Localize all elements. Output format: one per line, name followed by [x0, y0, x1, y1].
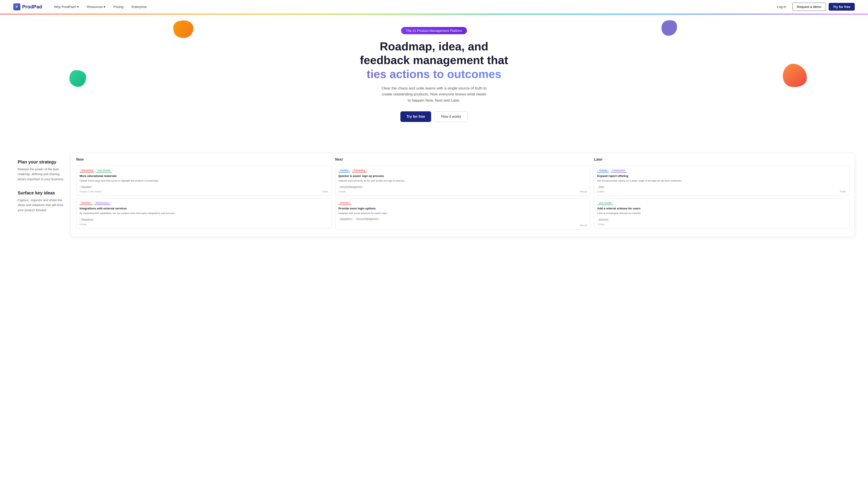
features-sidebar: Plan your strategy Release the power of …	[13, 153, 71, 237]
card-bottom-tag-account: Account Management	[355, 217, 380, 221]
tag-user-growth: User Growth	[597, 201, 613, 205]
card-signup-process: Usability Onboarding Quicker & easier si…	[335, 166, 591, 196]
hero-title-highlight: ties actions to outcomes	[367, 68, 501, 80]
card-desc: By expanding API capabilities, we can su…	[80, 212, 328, 215]
tag-retention: Retention	[80, 201, 93, 205]
card-footer: 4 Ideas	[80, 223, 328, 226]
feature-plan-desc: Release the power of the lean roadmap, d…	[18, 167, 66, 182]
card-footer-right: Internal	[580, 190, 587, 193]
card-footer-left: 1 Ideas	[597, 223, 604, 226]
card-referral-scheme: User Growth Add a referral scheme for us…	[594, 198, 849, 228]
card-title: Quicker & easier sign up process	[339, 174, 587, 177]
tag-user-growth: User Growth	[96, 169, 112, 172]
decorative-shape-orange-right	[781, 62, 809, 89]
nav-links: Why ProdPad? ▾ Resources ▾ Pricing Enter…	[51, 3, 150, 10]
roadmap-col-now: Now Onboarding User Growth More educatio…	[76, 158, 332, 232]
hero-try-free-button[interactable]: Try for free	[400, 111, 431, 122]
card-footer: 2 Ideas Public	[597, 190, 846, 193]
card-tags: User Growth	[597, 201, 846, 205]
chevron-down-icon: ▾	[104, 5, 105, 9]
card-desc: We should provide reports on a wider ran…	[597, 179, 846, 183]
decorative-shape-green-left	[69, 70, 86, 87]
card-footer-left: 4 Ideas	[80, 223, 87, 226]
nav-left: P ProdPad Why ProdPad? ▾ Resources ▾ Pri…	[13, 3, 150, 10]
hero-section: The #1 Product Management Platform Roadm…	[0, 14, 868, 140]
card-footer: 2 Ideas Internal	[339, 190, 587, 193]
try-for-free-button[interactable]: Try for free	[829, 3, 855, 10]
card-footer-left: 4 Ideas 2 User Stories	[80, 190, 101, 193]
card-footer-left: 2 Ideas	[339, 190, 346, 193]
section-divider	[0, 237, 868, 250]
hero-badge: The #1 Product Management Platform	[401, 27, 467, 34]
col-header-later: Later	[594, 158, 849, 163]
chevron-down-icon: ▾	[77, 5, 79, 9]
card-footer-right: Public	[840, 190, 846, 193]
features-section: Plan your strategy Release the power of …	[0, 140, 868, 237]
tag-infrastructure: Infrastructure	[611, 169, 627, 172]
card-title: Provide more login options	[339, 207, 587, 210]
card-tags: Retention	[339, 201, 587, 205]
card-footer-right: Internal	[580, 224, 587, 227]
card-desc: Address improvements to the user profile…	[339, 179, 587, 183]
decorative-shape-orange-top	[172, 19, 195, 39]
nav-enterprise[interactable]: Enterprise	[128, 3, 150, 10]
feature-plan-title: Plan your strategy	[18, 160, 66, 165]
tag-onboarding: Onboarding	[80, 169, 95, 172]
feature-plan-strategy: Plan your strategy Release the power of …	[18, 160, 66, 182]
tag-infrastructure: Infrastructure	[94, 201, 111, 205]
card-footer-left: 2 Ideas	[597, 190, 604, 193]
card-tags: Usability Infrastructure	[597, 169, 846, 172]
tag-onboarding: Onboarding	[351, 169, 367, 172]
card-bottom-tag: Accounts	[597, 218, 610, 221]
card-integrations: Retention Infrastructure Integrations wi…	[76, 198, 332, 228]
card-bottom-tag: Account Management	[339, 185, 364, 189]
logo-text: ProdPad	[22, 4, 42, 10]
roadmap-col-next: Next Usability Onboarding Quicker & easi…	[335, 158, 591, 232]
feature-ideas-desc: Capture, organize and share the ideas an…	[18, 198, 66, 213]
card-desc: Integrate with social networks for easie…	[339, 212, 587, 215]
col-header-now: Now	[76, 158, 332, 163]
card-bottom-tag: Integrations	[80, 218, 95, 221]
card-title: Integrations with external services	[80, 207, 328, 210]
col-header-next: Next	[335, 158, 591, 163]
navigation: P ProdPad Why ProdPad? ▾ Resources ▾ Pri…	[0, 0, 868, 14]
card-title: More educational materials	[80, 174, 328, 177]
logo-icon: P	[13, 3, 20, 10]
request-demo-button[interactable]: Request a demo	[793, 3, 826, 11]
nav-pricing[interactable]: Pricing	[110, 3, 127, 10]
card-educational-materials: Onboarding User Growth More educational …	[76, 166, 332, 196]
feature-surface-ideas: Surface key ideas Capture, organize and …	[18, 190, 66, 213]
tag-usability: Usability	[339, 169, 350, 172]
card-tags: Onboarding User Growth	[80, 169, 328, 172]
card-bottom-tag: Data	[597, 185, 606, 189]
hero-title: Roadmap, idea, and feedback management t…	[356, 39, 512, 81]
card-footer: 4 Ideas 2 User Stories Public	[80, 190, 328, 193]
card-footer-right: Public	[322, 190, 328, 193]
logo[interactable]: P ProdPad	[13, 3, 42, 10]
card-bottom-tag: Education	[80, 185, 93, 189]
card-bottom-tag-integrations: Integrations	[339, 217, 353, 221]
hero-how-it-works-button[interactable]: How it works	[435, 111, 468, 122]
decorative-shape-purple-top	[661, 20, 677, 36]
card-title: Expand report offering	[597, 174, 846, 177]
roadmap-columns: Now Onboarding User Growth More educatio…	[76, 158, 849, 232]
roadmap-area: Now Onboarding User Growth More educatio…	[71, 153, 855, 237]
nav-why-prodpad[interactable]: Why ProdPad? ▾	[51, 3, 82, 10]
nav-right: Log in Request a demo Try for free	[774, 3, 855, 11]
login-button[interactable]: Log in	[774, 3, 790, 10]
tag-retention: Retention	[339, 201, 351, 205]
card-tags: Retention Infrastructure	[80, 201, 328, 205]
card-desc: Update home page and help center to high…	[80, 179, 328, 183]
hero-subtitle: Clear the chaos and unite teams with a s…	[381, 85, 487, 103]
card-footer: Internal	[339, 224, 587, 227]
feature-ideas-title: Surface key ideas	[18, 190, 66, 196]
card-bottom-tags: Integrations Account Management	[339, 217, 587, 223]
card-tags: Usability Onboarding	[339, 169, 587, 172]
card-expand-reports: Usability Infrastructure Expand report o…	[594, 166, 849, 196]
hero-title-start: Roadmap, idea, and feedback management t…	[360, 40, 508, 66]
hero-buttons: Try for free How it works	[4, 111, 864, 122]
card-footer: 1 Ideas	[597, 223, 846, 226]
card-login-options: Retention Provide more login options Int…	[335, 198, 591, 230]
card-title: Add a referral scheme for users	[597, 207, 846, 210]
nav-resources[interactable]: Resources ▾	[84, 3, 108, 10]
